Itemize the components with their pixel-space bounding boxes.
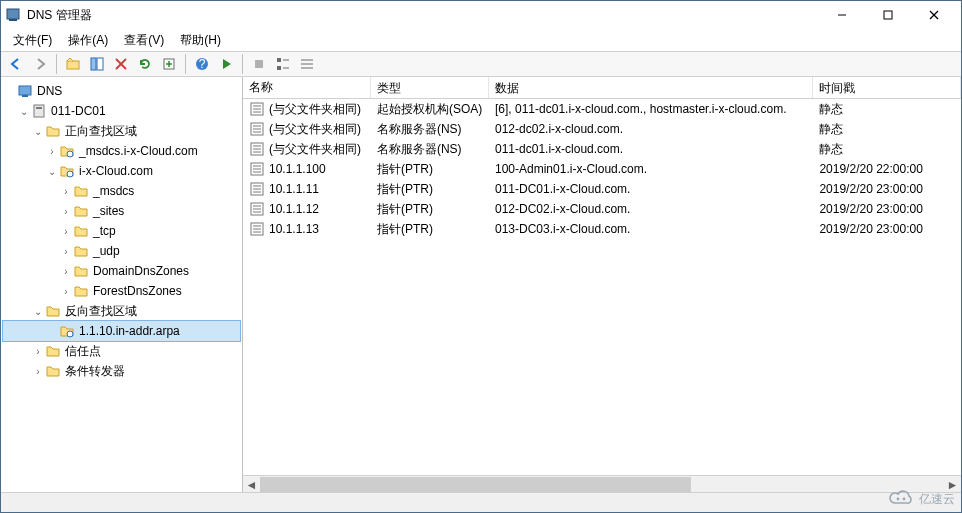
twisty-open-icon[interactable]: ⌄ <box>31 126 45 137</box>
tree-sub-sites[interactable]: ›_sites <box>3 201 240 221</box>
tree-label: ForestDnsZones <box>93 284 182 298</box>
tree-pane[interactable]: DNS ⌄ 011-DC01 <box>1 77 243 492</box>
tree-label: _msdcs <box>93 184 134 198</box>
refresh-button[interactable] <box>134 53 156 75</box>
back-button[interactable] <box>5 53 27 75</box>
export-button[interactable] <box>158 53 180 75</box>
svg-text:?: ? <box>199 57 206 71</box>
tree-label: _udp <box>93 244 120 258</box>
record-type: 名称服务器(NS) <box>371 139 489 160</box>
tree-label: _sites <box>93 204 124 218</box>
close-button[interactable] <box>911 1 957 29</box>
forward-button[interactable] <box>29 53 51 75</box>
column-header-name[interactable]: 名称 <box>243 77 371 98</box>
tree-server[interactable]: ⌄ 011-DC01 <box>3 101 240 121</box>
record-row[interactable]: 10.1.1.11指针(PTR)011-DC01.i-x-Cloud.com.2… <box>243 179 961 199</box>
column-header-data[interactable]: 数据 <box>489 77 813 98</box>
record-row[interactable]: (与父文件夹相同)起始授权机构(SOA)[6], 011-dc01.i-x-cl… <box>243 99 961 119</box>
record-time: 2019/2/20 23:00:00 <box>813 180 961 198</box>
column-header-time[interactable]: 时间戳 <box>813 77 961 98</box>
record-row[interactable]: 10.1.1.12指针(PTR)012-DC02.i-x-Cloud.com.2… <box>243 199 961 219</box>
twisty-closed-icon[interactable]: › <box>31 346 45 357</box>
list-large-button[interactable] <box>272 53 294 75</box>
svg-rect-17 <box>277 66 281 70</box>
tree-conditional-forwarders[interactable]: ›条件转发器 <box>3 361 240 381</box>
twisty-open-icon[interactable]: ⌄ <box>31 306 45 317</box>
up-button[interactable] <box>62 53 84 75</box>
record-row[interactable]: (与父文件夹相同)名称服务器(NS)012-dc02.i-x-cloud.com… <box>243 119 961 139</box>
zone-icon <box>59 143 75 159</box>
svg-rect-23 <box>19 86 31 95</box>
record-type: 指针(PTR) <box>371 159 489 180</box>
run-button[interactable] <box>215 53 237 75</box>
delete-button[interactable] <box>110 53 132 75</box>
record-data: 011-DC01.i-x-Cloud.com. <box>489 180 813 198</box>
window-title: DNS 管理器 <box>27 7 819 24</box>
record-name: (与父文件夹相同) <box>269 101 361 118</box>
tree-reverse-zones[interactable]: ⌄ 反向查找区域 <box>3 301 240 321</box>
menu-view[interactable]: 查看(V) <box>116 30 172 51</box>
svg-point-28 <box>67 171 73 177</box>
horizontal-scrollbar[interactable]: ◄ ► <box>243 475 961 492</box>
tree-sub-udp[interactable]: ›_udp <box>3 241 240 261</box>
zone-icon <box>59 323 75 339</box>
record-time: 静态 <box>813 139 961 160</box>
record-icon <box>249 141 265 157</box>
tree-sub-msdcs[interactable]: ›_msdcs <box>3 181 240 201</box>
record-row[interactable]: 10.1.1.100指针(PTR)100-Admin01.i-x-Cloud.c… <box>243 159 961 179</box>
svg-rect-15 <box>255 60 263 68</box>
menu-help[interactable]: 帮助(H) <box>172 30 229 51</box>
twisty-closed-icon[interactable]: › <box>59 286 73 297</box>
scroll-right-arrow-icon[interactable]: ► <box>944 476 961 493</box>
twisty-closed-icon[interactable]: › <box>59 266 73 277</box>
maximize-button[interactable] <box>865 1 911 29</box>
folder-icon <box>45 363 61 379</box>
minimize-button[interactable] <box>819 1 865 29</box>
svg-point-27 <box>67 151 73 157</box>
record-time: 静态 <box>813 119 961 140</box>
menu-action[interactable]: 操作(A) <box>60 30 116 51</box>
column-header-type[interactable]: 类型 <box>371 77 489 98</box>
tree-sub-ddz[interactable]: ›DomainDnsZones <box>3 261 240 281</box>
record-data: 011-dc01.i-x-cloud.com. <box>489 140 813 158</box>
tree-sub-fdz[interactable]: ›ForestDnsZones <box>3 281 240 301</box>
record-row[interactable]: 10.1.1.13指针(PTR)013-DC03.i-x-Cloud.com.2… <box>243 219 961 239</box>
scroll-thumb[interactable] <box>260 477 691 492</box>
list-body[interactable]: (与父文件夹相同)起始授权机构(SOA)[6], 011-dc01.i-x-cl… <box>243 99 961 475</box>
tree-domain-zone[interactable]: ⌄ i-x-Cloud.com <box>3 161 240 181</box>
twisty-closed-icon[interactable]: › <box>59 186 73 197</box>
twisty-closed-icon[interactable]: › <box>45 146 59 157</box>
scroll-left-arrow-icon[interactable]: ◄ <box>243 476 260 493</box>
show-hide-button[interactable] <box>86 53 108 75</box>
tree-forward-zones[interactable]: ⌄ 正向查找区域 <box>3 121 240 141</box>
svg-point-29 <box>67 331 73 337</box>
tree-label: 1.1.10.in-addr.arpa <box>79 324 180 338</box>
twisty-closed-icon[interactable]: › <box>59 226 73 237</box>
tree-root-dns[interactable]: DNS <box>3 81 240 101</box>
tree-sub-tcp[interactable]: ›_tcp <box>3 221 240 241</box>
menu-file[interactable]: 文件(F) <box>5 30 60 51</box>
tree-label: _msdcs.i-x-Cloud.com <box>79 144 198 158</box>
twisty-closed-icon[interactable]: › <box>59 246 73 257</box>
tree-msdcs-zone[interactable]: › _msdcs.i-x-Cloud.com <box>3 141 240 161</box>
record-time: 静态 <box>813 99 961 120</box>
twisty-open-icon[interactable]: ⌄ <box>17 106 31 117</box>
record-name: (与父文件夹相同) <box>269 141 361 158</box>
tree-trust-points[interactable]: ›信任点 <box>3 341 240 361</box>
tree-label: 信任点 <box>65 343 101 360</box>
record-type: 名称服务器(NS) <box>371 119 489 140</box>
svg-rect-1 <box>9 19 17 21</box>
record-time: 2019/2/20 23:00:00 <box>813 200 961 218</box>
folder-icon <box>73 243 89 259</box>
tree-label: 正向查找区域 <box>65 123 137 140</box>
twisty-closed-icon[interactable]: › <box>31 366 45 377</box>
twisty-open-icon[interactable]: ⌄ <box>45 166 59 177</box>
record-row[interactable]: (与父文件夹相同)名称服务器(NS)011-dc01.i-x-cloud.com… <box>243 139 961 159</box>
dns-root-icon <box>17 83 33 99</box>
stop-button[interactable] <box>248 53 270 75</box>
dns-app-icon <box>5 7 21 23</box>
help-button[interactable]: ? <box>191 53 213 75</box>
tree-reverse-zone-item[interactable]: 1.1.10.in-addr.arpa <box>3 321 240 341</box>
list-details-button[interactable] <box>296 53 318 75</box>
twisty-closed-icon[interactable]: › <box>59 206 73 217</box>
